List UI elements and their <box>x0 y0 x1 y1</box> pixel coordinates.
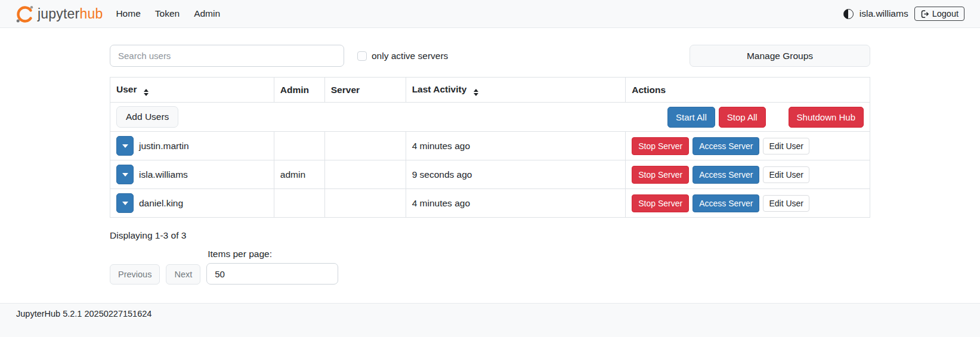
jupyter-logo-icon <box>16 5 34 23</box>
table-controls-row: Add Users Start All Stop All Shutdown Hu… <box>110 103 870 132</box>
brand-text: jupyterhub <box>38 6 103 22</box>
user-dropdown-toggle[interactable] <box>116 193 134 213</box>
nav-link-home[interactable]: Home <box>116 8 140 19</box>
table-header-row: User Admin Server Last Activity Actions <box>110 78 870 103</box>
caret-down-icon <box>122 202 128 205</box>
user-name: daniel.king <box>139 198 183 209</box>
sort-icon-user[interactable] <box>144 89 149 96</box>
admin-cell <box>274 132 324 160</box>
previous-page-button[interactable]: Previous <box>110 264 160 285</box>
logout-icon <box>920 10 929 18</box>
stop-server-button[interactable]: Stop Server <box>632 194 689 212</box>
access-server-button[interactable]: Access Server <box>693 194 759 212</box>
jupyterhub-admin-page: jupyterhub Home Token Admin isla.william… <box>0 0 980 337</box>
caret-down-icon <box>122 173 128 177</box>
server-cell <box>324 132 406 160</box>
row-actions: Stop Server Access Server Edit User <box>632 137 864 155</box>
pagination-summary: Displaying 1-3 of 3 <box>110 230 870 241</box>
navbar-right: isla.williams Logout <box>843 7 964 21</box>
add-users-button[interactable]: Add Users <box>116 106 178 128</box>
only-active-servers-checkbox[interactable] <box>357 51 367 61</box>
caret-down-icon <box>122 144 128 148</box>
header-last-activity[interactable]: Last Activity <box>406 78 626 103</box>
items-per-page-label: Items per page: <box>208 249 338 259</box>
shutdown-hub-button[interactable]: Shutdown Hub <box>789 107 864 128</box>
only-active-servers-label: only active servers <box>372 51 448 61</box>
nav-links: Home Token Admin <box>116 8 220 19</box>
edit-user-button[interactable]: Edit User <box>763 138 809 154</box>
header-user[interactable]: User <box>110 78 274 103</box>
bulk-actions: Start All Stop All Shutdown Hub <box>667 107 864 128</box>
search-input[interactable] <box>110 45 344 67</box>
current-username: isla.williams <box>860 8 908 19</box>
users-table: User Admin Server Last Activity Actions <box>110 77 870 218</box>
last-activity-cell: 4 minutes ago <box>406 189 626 218</box>
admin-panel: only active servers Manage Groups User A… <box>110 45 870 285</box>
next-page-button[interactable]: Next <box>166 264 200 285</box>
pagination-controls: Previous Next Items per page: <box>110 249 870 285</box>
nav-link-token[interactable]: Token <box>155 8 180 19</box>
items-per-page-group: Items per page: <box>206 249 338 285</box>
logout-label: Logout <box>932 9 959 18</box>
admin-cell <box>274 189 324 218</box>
toolbar: only active servers Manage Groups <box>110 45 870 67</box>
jupyterhub-logo[interactable]: jupyterhub <box>16 5 103 23</box>
active-servers-filter: only active servers <box>357 51 448 61</box>
navbar: jupyterhub Home Token Admin isla.william… <box>0 0 980 28</box>
last-activity-cell: 4 minutes ago <box>406 132 626 160</box>
header-admin: Admin <box>274 78 324 103</box>
user-row: daniel.king 4 minutes ago Stop Server Ac… <box>110 189 870 218</box>
user-dropdown-toggle[interactable] <box>116 136 134 156</box>
user-dropdown-toggle[interactable] <box>116 165 134 184</box>
server-cell <box>324 189 406 218</box>
user-row: isla.williams admin 9 seconds ago Stop S… <box>110 160 870 189</box>
footer: JupyterHub 5.2.1 20250227151624 <box>0 303 980 337</box>
row-actions: Stop Server Access Server Edit User <box>632 166 864 184</box>
user-name: isla.williams <box>139 169 188 180</box>
manage-groups-button[interactable]: Manage Groups <box>690 45 870 67</box>
user-row: justin.martin 4 minutes ago Stop Server … <box>110 132 870 160</box>
sort-icon-last-activity[interactable] <box>474 89 478 96</box>
edit-user-button[interactable]: Edit User <box>763 195 809 212</box>
stop-server-button[interactable]: Stop Server <box>632 166 689 184</box>
edit-user-button[interactable]: Edit User <box>763 166 809 183</box>
logout-button[interactable]: Logout <box>914 7 964 21</box>
version-text: JupyterHub 5.2.1 20250227151624 <box>16 309 152 319</box>
row-actions: Stop Server Access Server Edit User <box>632 194 864 212</box>
theme-toggle-icon[interactable] <box>843 9 854 19</box>
stop-server-button[interactable]: Stop Server <box>632 137 689 155</box>
header-server: Server <box>324 78 406 103</box>
admin-cell: admin <box>274 160 324 189</box>
start-all-button[interactable]: Start All <box>667 107 715 128</box>
items-per-page-input[interactable] <box>206 263 338 285</box>
nav-link-admin[interactable]: Admin <box>194 8 220 19</box>
header-actions: Actions <box>626 78 870 103</box>
server-cell <box>324 160 406 189</box>
access-server-button[interactable]: Access Server <box>693 166 759 184</box>
access-server-button[interactable]: Access Server <box>693 137 759 155</box>
user-name: justin.martin <box>139 141 189 152</box>
last-activity-cell: 9 seconds ago <box>406 160 626 189</box>
stop-all-button[interactable]: Stop All <box>719 107 766 128</box>
